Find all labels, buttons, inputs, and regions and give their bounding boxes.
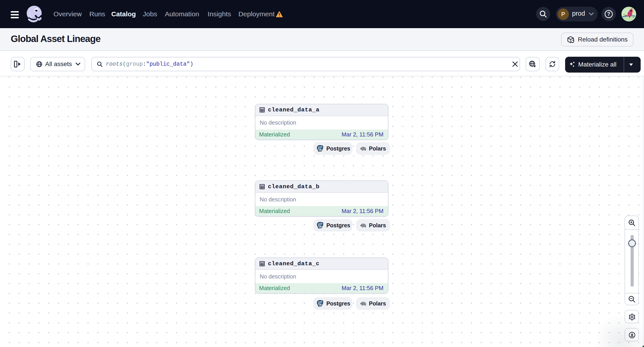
svg-text:?: ? xyxy=(607,11,610,17)
